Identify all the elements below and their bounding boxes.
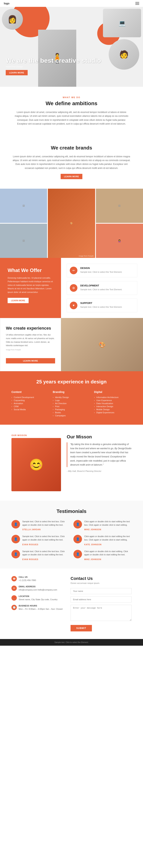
testimonial-content-4: Click again or double click to start edi… xyxy=(84,535,132,546)
hero-content: We are the best creative studio Insert F… xyxy=(6,57,101,75)
image-source: Image from Freepik xyxy=(79,255,94,257)
years-list-item: Copywriting xyxy=(11,399,49,402)
laptop-placeholder: 💻 xyxy=(103,9,141,37)
experiences-img-placeholder: 🎨 xyxy=(61,318,143,371)
years-content-list: Content Development Copywriting Animatio… xyxy=(11,396,49,411)
mission-title: Our Misson xyxy=(67,434,132,439)
testimonial-name-6: MIKE JOHNSON xyxy=(84,558,101,560)
offer-cta-button[interactable]: LEARN MORE xyxy=(8,298,29,303)
mission-quote: "By taking the time to develop a genuine… xyxy=(67,442,132,467)
offer-right-panel: ✏ DESIGN Sample text. Click to select th… xyxy=(61,258,143,318)
bottom-section: ☎ CALL US +1 (123) 456-7890 ✉ EMAIL ADDR… xyxy=(0,568,143,639)
call-value: +1 (123) 456-7890 xyxy=(19,579,36,582)
testimonial-avatar-1: 👤 xyxy=(11,520,20,529)
years-list-item: Digital Experiences xyxy=(94,411,132,414)
years-section: 25 years experience in design Content Co… xyxy=(0,371,143,425)
brands-cta-button[interactable]: LEARN MORE xyxy=(61,174,82,179)
message-field[interactable] xyxy=(71,605,132,621)
testimonial-text-1: Sample text. Click to select the text bo… xyxy=(22,520,70,527)
offer-support-title: SUPPORT xyxy=(80,302,122,305)
experiences-cta-button[interactable]: LEARN MORE xyxy=(6,358,55,364)
years-list-item: Packaging xyxy=(53,408,90,411)
years-title: 25 years experience in design xyxy=(11,379,132,385)
hours-label: BUSINESS HOURS xyxy=(19,605,63,607)
experiences-image: 🎨 xyxy=(61,318,143,371)
offer-item-design: ✏ DESIGN Sample text. Click to select th… xyxy=(67,264,137,277)
email-field-group xyxy=(71,596,132,602)
years-list-item: Books xyxy=(53,411,90,414)
offer-section: What We Offer Doneceg malesuada leo. Ut … xyxy=(0,258,143,318)
years-digital-title: Digital xyxy=(94,391,132,394)
img-placeholder-3: 🖼 xyxy=(96,189,143,223)
offer-design-title: DESIGN xyxy=(80,267,122,270)
brands-title: We create brands xyxy=(11,145,132,151)
testimonial-text-4: Click again or double click to start edi… xyxy=(84,535,132,541)
testimonial-content-2: Click again or double click to start edi… xyxy=(84,520,132,531)
years-list-item: CRM xyxy=(11,405,49,408)
contact-location: 📍 LOCATION Street name, City State Zip c… xyxy=(11,595,65,601)
years-list-item: Campaigns xyxy=(53,414,90,417)
testimonial-content-5: Sample text. Click to select the text bo… xyxy=(22,550,70,561)
hamburger-line xyxy=(135,4,139,5)
years-list-item: Art Direction xyxy=(53,402,90,405)
hero-cta-button[interactable]: LEARN MORE xyxy=(6,70,28,75)
years-col-digital: Digital Information Architecture User Ex… xyxy=(94,391,132,417)
image-cell-2: 🎨 Image from Freepik xyxy=(48,189,95,258)
name-field[interactable] xyxy=(71,588,132,594)
support-icon: ♥ xyxy=(70,302,77,309)
testimonials-section: Testimonials 👤 Sample text. Click to sel… xyxy=(0,501,143,568)
hours-icon: 🕐 xyxy=(11,605,17,610)
offer-left-panel: What We Offer Doneceg malesuada leo. Ut … xyxy=(0,258,61,318)
contact-form-section: Contact Us Donec accumsan neque ipsum. S… xyxy=(71,576,132,631)
footer: Sample text. Click to select the Element… xyxy=(0,639,143,646)
years-branding-title: Branding xyxy=(53,391,90,394)
years-digital-list: Information Architecture User Experience… xyxy=(94,396,132,414)
brands-text: Lorem ipsum dolor sit amet, consectetur … xyxy=(11,155,132,170)
name-field-group xyxy=(71,588,132,594)
contact-email: ✉ EMAIL ADDRESS info@company.com hello@c… xyxy=(11,586,65,591)
testimonial-avatar-4: 👤 xyxy=(73,535,82,544)
email-label: EMAIL ADDRESS xyxy=(19,586,57,588)
experiences-section: We create experiences Ut tellus elementu… xyxy=(0,318,143,371)
years-list-item: Information Architecture xyxy=(94,396,132,399)
experiences-left: We create experiences Ut tellus elementu… xyxy=(0,318,61,371)
submit-button[interactable]: SUBMIT xyxy=(71,625,92,631)
testimonial-name-4: KATE JOHNSON xyxy=(84,544,102,546)
img-placeholder-2: 🎨 xyxy=(48,189,95,258)
what-we-do-section: WHAT WE DO We define ambitions Lorem ips… xyxy=(0,87,143,139)
years-list-item: Data Visualization xyxy=(94,402,132,405)
offer-text: Doneceg malesuada leo. Ut placerat conva… xyxy=(8,276,53,294)
testimonial-text-6: Click again or double click to start edi… xyxy=(84,550,132,556)
years-list-item: Content Development xyxy=(11,396,49,399)
years-list-item: Interaction Design xyxy=(94,405,132,408)
image-cell-3: 🖼 xyxy=(96,189,143,223)
testimonial-name-2: MIKE JOHNSON xyxy=(84,529,101,531)
hero-section: 👩 💻 🧑 🧍 We are the best creative studio … xyxy=(0,7,143,87)
mission-author: - Mily Hall, Brand & Planning Director xyxy=(67,470,132,472)
offer-support-text: Sample text. Click to select the Text El… xyxy=(80,305,122,309)
contact-form: SUBMIT xyxy=(71,588,132,631)
contact-location-content: LOCATION Street name, City State Zip cod… xyxy=(19,595,57,601)
hamburger-menu[interactable] xyxy=(135,2,139,5)
section-label-what-we-do: WHAT WE DO xyxy=(11,96,132,98)
testimonial-avatar-3: 👤 xyxy=(11,535,20,544)
offer-design-content: DESIGN Sample text. Click to select the … xyxy=(80,267,122,274)
years-list-item: Identity Design xyxy=(53,396,90,399)
testimonial-avatar-5: 👤 xyxy=(11,550,20,558)
years-col-branding: Branding Identity Design Logo Art Direct… xyxy=(53,391,90,417)
email-field[interactable] xyxy=(71,596,132,602)
mission-left: Our Misson 😊 xyxy=(11,434,61,491)
contact-call-content: CALL US +1 (123) 456-7890 xyxy=(19,576,36,582)
mission-img-placeholder: 😊 xyxy=(29,458,44,471)
offer-title: What We Offer xyxy=(8,268,53,273)
testimonial-name-5: EVAN ROGUES xyxy=(22,558,38,560)
testimonials-title: Testimonials xyxy=(11,508,132,514)
hero-portrait-woman: 👩 xyxy=(2,9,23,30)
experiences-title: We create experiences xyxy=(6,326,55,331)
img-placeholder-4: 🖼 xyxy=(0,224,47,258)
mission-label: Our Misson xyxy=(11,434,61,436)
testimonial-item-4: 👤 Click again or double click to start e… xyxy=(73,535,132,546)
header: logo xyxy=(0,0,143,7)
testimonial-item-5: 👤 Sample text. Click to select the text … xyxy=(11,550,70,561)
image-cell-4: 🖼 xyxy=(0,224,47,258)
